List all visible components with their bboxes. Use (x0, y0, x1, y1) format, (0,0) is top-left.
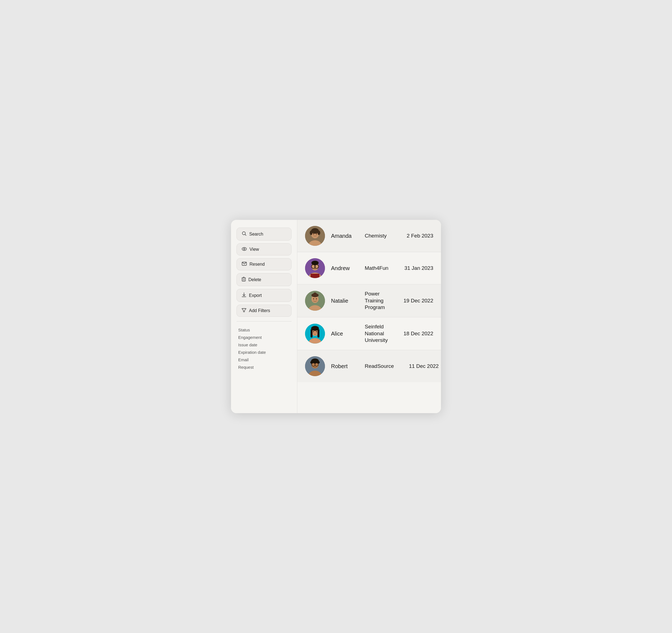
row-date: 19 Dec 2022 (394, 298, 433, 304)
row-course: ReadSource (365, 363, 394, 370)
svg-point-22 (316, 233, 317, 235)
list-item[interactable]: Robert ReadSource 11 Dec 2022 (297, 350, 441, 382)
delete-button[interactable]: Delete (237, 273, 291, 286)
resend-icon (242, 262, 247, 267)
add-filters-button[interactable]: Add Filters (237, 305, 291, 317)
avatar (305, 258, 325, 278)
list-item[interactable]: Andrew Math4Fun 31 Jan 2023 (297, 252, 441, 284)
row-name: Alice (331, 331, 359, 337)
resend-button[interactable]: Resend (237, 258, 291, 270)
view-button[interactable]: View (237, 243, 291, 255)
svg-point-21 (313, 233, 314, 235)
svg-point-35 (313, 293, 317, 295)
add-filters-label: Add Filters (249, 308, 270, 313)
row-date: 11 Dec 2022 (400, 363, 439, 369)
svg-line-1 (245, 234, 246, 235)
filter-issue-date[interactable]: Issue date (238, 342, 290, 348)
svg-point-37 (316, 298, 317, 300)
svg-point-19 (310, 231, 313, 235)
filter-email[interactable]: Email (238, 357, 290, 363)
filter-status[interactable]: Status (238, 327, 290, 333)
row-course: Chemisty (365, 232, 388, 239)
list-item[interactable]: Alice Seinfeld National University 18 De… (297, 317, 441, 350)
row-name: Andrew (331, 265, 359, 272)
svg-point-2 (242, 248, 246, 251)
row-course: Power Training Program (365, 290, 388, 311)
row-name: Natalie (331, 298, 359, 304)
list-item[interactable]: Natalie Power Training Program 19 Dec 20… (297, 284, 441, 317)
delete-icon (242, 277, 246, 282)
sidebar-divider (237, 321, 291, 322)
main-content: Amanda Chemisty 2 Feb 2023 (297, 220, 441, 413)
row-date: 31 Jan 2023 (394, 265, 433, 271)
view-label: View (249, 247, 259, 252)
svg-rect-43 (317, 329, 319, 337)
search-icon (242, 231, 246, 237)
svg-point-29 (311, 261, 319, 265)
app-container: Search View Resend (231, 220, 441, 413)
svg-point-52 (312, 360, 314, 362)
svg-point-3 (244, 248, 245, 250)
svg-point-36 (313, 298, 314, 300)
resend-label: Resend (249, 262, 265, 267)
sidebar: Search View Resend (231, 220, 297, 413)
list-item[interactable]: Amanda Chemisty 2 Feb 2023 (297, 220, 441, 252)
svg-point-45 (316, 331, 317, 332)
row-name: Robert (331, 363, 359, 370)
avatar (305, 356, 325, 376)
search-button[interactable]: Search (237, 228, 291, 240)
svg-point-53 (316, 360, 318, 362)
export-button[interactable]: Export (237, 289, 291, 302)
row-date: 18 Dec 2022 (394, 331, 433, 337)
svg-marker-12 (242, 308, 246, 312)
search-label: Search (249, 232, 263, 237)
avatar (305, 226, 325, 246)
svg-rect-5 (242, 278, 245, 281)
filter-request[interactable]: Request (238, 364, 290, 370)
filter-engagement[interactable]: Engagement (238, 334, 290, 340)
row-name: Amanda (331, 233, 359, 239)
view-icon (242, 247, 247, 252)
filter-icon (242, 308, 246, 313)
row-course: Math4Fun (365, 265, 388, 272)
filter-expiration-date[interactable]: Expiration date (238, 349, 290, 355)
delete-label: Delete (248, 277, 261, 282)
row-date: 2 Feb 2023 (394, 233, 433, 239)
svg-point-20 (317, 231, 320, 235)
export-icon (242, 293, 246, 298)
avatar (305, 324, 325, 344)
export-label: Export (249, 293, 262, 298)
svg-rect-30 (311, 274, 319, 278)
svg-rect-42 (311, 329, 313, 337)
row-course: Seinfeld National University (365, 323, 388, 344)
avatar (305, 291, 325, 311)
filter-list: Status Engagement Issue date Expiration … (237, 326, 291, 371)
svg-point-44 (313, 331, 314, 332)
